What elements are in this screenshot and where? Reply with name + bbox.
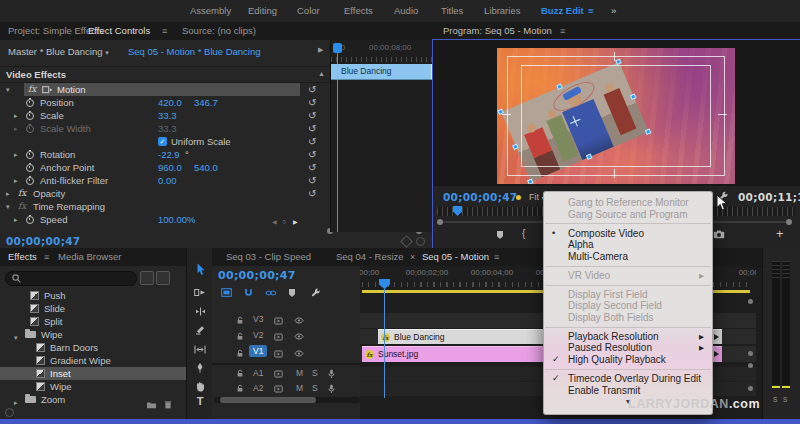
tab-seq03[interactable]: Seq 03 - Clip Speed	[226, 248, 311, 266]
menu-item-paused-resolution[interactable]: Paused Resolution▶	[544, 342, 712, 354]
panel-menu-icon[interactable]: ≡	[162, 22, 167, 40]
tab-seq05-active[interactable]: Seq 05 - Motion	[422, 248, 489, 268]
position-x-value[interactable]: 420.0	[158, 96, 182, 109]
menu-item-enable-transmit[interactable]: Enable Transmit	[544, 385, 712, 397]
menu-item-composite-video[interactable]: •Composite Video	[544, 228, 712, 240]
effect-item-barn-doors[interactable]: Barn Doors	[0, 341, 182, 354]
add-marker-icon[interactable]	[496, 230, 504, 240]
button-editor-plus-icon[interactable]: +	[776, 226, 784, 241]
mute-button[interactable]: M	[296, 368, 303, 378]
vscrollbar-knob[interactable]	[748, 351, 753, 356]
position-y-value[interactable]: 346.7	[194, 96, 218, 109]
master-clip-selector[interactable]: Master * Blue Dancing ▾	[8, 46, 109, 57]
razor-tool[interactable]	[187, 321, 213, 338]
insert-nest-toggle-icon[interactable]	[221, 288, 232, 297]
slip-tool[interactable]	[187, 340, 213, 357]
effect-item-inset-selected[interactable]: Inset	[0, 367, 186, 380]
workspace-tab-color[interactable]: Color	[297, 0, 320, 22]
program-title[interactable]: Program: Seq 05 - Motion	[443, 22, 552, 40]
type-tool[interactable]: T	[187, 395, 213, 412]
add-keyframe-icon[interactable]: ○	[282, 215, 286, 228]
tab-seq04[interactable]: Seq 04 - Resize	[336, 248, 404, 266]
vscrollbar-knob[interactable]	[748, 386, 753, 391]
solo-button[interactable]: S	[312, 383, 318, 393]
effect-item-split[interactable]: Split	[0, 315, 182, 328]
effect-folder-wipe[interactable]: ▾ Wipe	[0, 328, 182, 341]
keyframe-tool-icon[interactable]	[416, 237, 425, 246]
program-video-frame[interactable]	[497, 48, 735, 184]
timeline-playhead[interactable]	[379, 279, 390, 289]
reset-icon[interactable]: ↺	[308, 148, 316, 161]
lock-icon[interactable]	[236, 369, 244, 378]
workspace-tab-titles[interactable]: Titles	[441, 0, 463, 22]
stopwatch-icon[interactable]	[26, 164, 34, 172]
toggle-track-eye-icon[interactable]	[294, 333, 304, 340]
sync-lock-icon[interactable]	[274, 370, 283, 378]
snap-magnet-icon[interactable]	[244, 288, 253, 297]
timeline-current-timecode[interactable]: 00;00;00;47	[218, 269, 296, 282]
lock-icon[interactable]	[236, 384, 244, 393]
anchor-y-value[interactable]: 540.0	[194, 161, 218, 174]
toggle-track-eye-icon[interactable]	[294, 317, 304, 324]
tab-media-browser[interactable]: Media Browser	[58, 248, 121, 266]
param-row-uniform-scale[interactable]: ✓ Uniform Scale ↺	[0, 135, 330, 148]
vscrollbar-knob[interactable]	[748, 363, 753, 368]
lock-icon[interactable]	[236, 349, 244, 358]
scale-value[interactable]: 33.3	[158, 109, 177, 122]
section-collapse-icon[interactable]: ▲	[318, 70, 325, 77]
reset-scale-width[interactable]: ↺	[0, 122, 330, 135]
mini-clip-blue-dancing[interactable]: Blue Dancing	[331, 64, 433, 80]
reset-icon[interactable]: ↺	[308, 83, 316, 96]
menu-item-high-quality-playback[interactable]: ✓High Quality Playback	[544, 354, 712, 366]
menu-item-timecode-overlay[interactable]: ✓Timecode Overlay During Edit	[544, 373, 712, 385]
sync-lock-icon[interactable]	[274, 385, 283, 393]
delete-trash-icon[interactable]	[164, 400, 172, 409]
reset-icon[interactable]: ↺	[308, 135, 316, 148]
lock-icon[interactable]	[236, 316, 244, 325]
keyframe-tool-icon[interactable]	[400, 235, 413, 248]
effect-item-gradient-wipe[interactable]: Gradient Wipe	[0, 354, 182, 367]
ecp-current-timecode[interactable]: 00;00;00;47	[6, 235, 80, 247]
param-row-anchor-point[interactable]: Anchor Point 960.0 540.0 ↺	[0, 161, 330, 174]
workspace-tab-audio[interactable]: Audio	[394, 0, 418, 22]
pen-tool[interactable]	[187, 359, 213, 376]
mini-ruler-ticks[interactable]	[331, 57, 433, 62]
anti-flicker-value[interactable]: 0.00	[158, 174, 177, 187]
workspace-menu-icon[interactable]: ≡	[588, 0, 594, 22]
hand-tool[interactable]	[187, 378, 213, 395]
solo-button[interactable]: S	[312, 368, 318, 378]
reset-icon[interactable]: ↺	[308, 96, 316, 109]
effect-item-wipe[interactable]: Wipe	[0, 380, 182, 393]
scrollbar-knob[interactable]	[437, 219, 443, 225]
stopwatch-icon[interactable]	[26, 177, 34, 185]
speed-value[interactable]: 100.00%	[158, 213, 196, 226]
lock-icon[interactable]	[236, 332, 244, 341]
sync-lock-icon[interactable]	[274, 317, 283, 325]
scrollbar-knob[interactable]	[786, 219, 792, 225]
menu-item-multi-camera[interactable]: Multi-Camera	[544, 251, 712, 263]
reset-icon[interactable]: ↺	[308, 161, 316, 174]
program-current-timecode[interactable]: 00;00;00;47	[443, 191, 517, 203]
track-header-v3[interactable]: V3	[212, 313, 360, 328]
solo-left-button[interactable]: S	[773, 396, 777, 403]
workspace-overflow-icon[interactable]: »	[611, 0, 616, 22]
effects-search-box[interactable]	[5, 271, 137, 286]
rotation-value[interactable]: -22.9	[158, 148, 180, 161]
selection-tool[interactable]	[187, 262, 213, 279]
checkbox-checked-icon[interactable]: ✓	[158, 137, 167, 146]
voiceover-mic-icon[interactable]	[328, 369, 335, 379]
vscrollbar-knob[interactable]	[748, 299, 753, 304]
mute-button[interactable]: M	[296, 383, 303, 393]
param-row-anti-flicker[interactable]: ▸ Anti-flicker Filter 0.00 ↺	[0, 174, 330, 187]
close-tab-icon[interactable]: ×	[410, 248, 415, 266]
workspace-tab-libraries[interactable]: Libraries	[484, 0, 520, 22]
panel-menu-icon[interactable]: ≡	[44, 248, 49, 266]
linked-selection-icon[interactable]	[265, 289, 277, 297]
timeline-settings-wrench-icon[interactable]	[311, 288, 321, 298]
stopwatch-icon[interactable]	[26, 99, 34, 107]
solo-right-button[interactable]: S	[783, 396, 787, 403]
anchor-x-value[interactable]: 960.0	[158, 161, 182, 174]
sync-lock-icon[interactable]	[274, 333, 283, 341]
ripple-edit-tool[interactable]	[187, 302, 213, 319]
param-row-rotation[interactable]: ▸ Rotation -22.9 ° ↺	[0, 148, 330, 161]
